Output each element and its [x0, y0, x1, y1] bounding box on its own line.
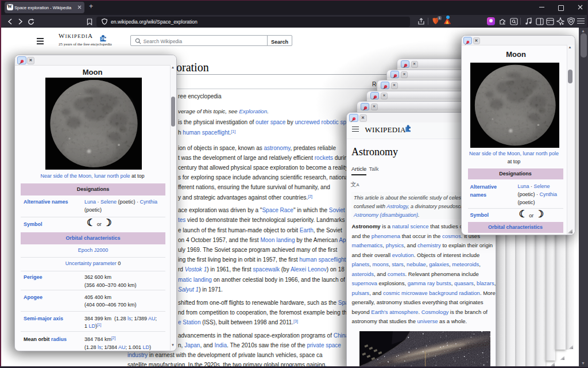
- svg-text:25: 25: [101, 37, 106, 40]
